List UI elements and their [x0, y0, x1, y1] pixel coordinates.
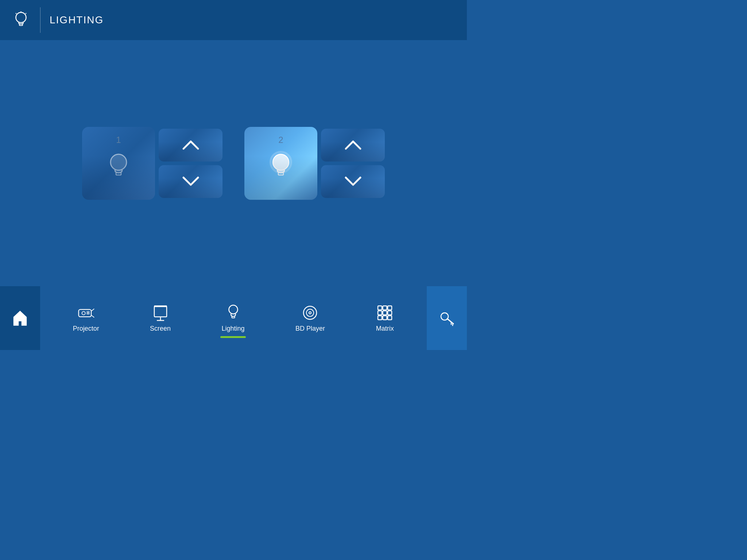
nav-item-bdplayer-label: BD Player	[295, 325, 325, 332]
nav-items: Projector Screen	[40, 300, 427, 336]
light-group-1: 1	[82, 127, 222, 200]
svg-rect-37	[388, 306, 392, 310]
svg-point-11	[273, 154, 289, 170]
light-2-controls	[321, 129, 385, 198]
main-content: 1 2	[0, 40, 467, 286]
light-1-number: 1	[116, 135, 121, 145]
screen-icon	[151, 304, 170, 322]
light-1-controls	[159, 129, 222, 198]
svg-rect-21	[87, 313, 89, 314]
matrix-icon	[376, 304, 394, 322]
svg-rect-22	[154, 307, 167, 317]
svg-rect-20	[87, 311, 89, 312]
svg-rect-39	[383, 311, 387, 315]
svg-point-7	[111, 154, 127, 170]
key-button[interactable]	[427, 286, 467, 350]
nav-item-projector[interactable]: Projector	[66, 300, 107, 336]
light-2-number: 2	[278, 135, 283, 145]
svg-rect-35	[378, 306, 382, 310]
svg-line-18	[91, 309, 94, 311]
nav-item-matrix-label: Matrix	[376, 325, 394, 332]
svg-line-19	[91, 315, 94, 317]
svg-rect-40	[388, 311, 392, 315]
svg-point-17	[82, 311, 85, 315]
active-indicator	[220, 336, 246, 338]
light-2-up-button[interactable]	[321, 129, 385, 162]
svg-point-34	[309, 312, 311, 314]
nav-item-bdplayer[interactable]: BD Player	[288, 300, 332, 336]
light-1-down-button[interactable]	[159, 165, 222, 198]
svg-rect-36	[383, 306, 387, 310]
svg-rect-42	[383, 316, 387, 320]
light-group-2: 2	[244, 127, 385, 200]
nav-item-lighting[interactable]: Lighting	[214, 300, 252, 336]
svg-point-0	[16, 12, 26, 23]
home-button[interactable]	[0, 286, 40, 350]
nav-item-matrix[interactable]: Matrix	[368, 300, 401, 336]
svg-line-5	[26, 13, 26, 14]
bdplayer-icon	[301, 304, 319, 322]
light-1-button[interactable]: 1	[82, 127, 155, 200]
nav-item-screen-label: Screen	[150, 325, 171, 332]
nav-item-projector-label: Projector	[73, 325, 99, 332]
header-bulb-icon	[11, 9, 31, 31]
page-title: LIGHTING	[50, 14, 104, 26]
svg-line-6	[16, 13, 16, 14]
svg-rect-43	[388, 316, 392, 320]
nav-item-screen[interactable]: Screen	[143, 300, 178, 336]
projector-icon	[77, 304, 95, 322]
header-divider	[40, 7, 40, 33]
svg-rect-41	[378, 316, 382, 320]
nav-item-lighting-label: Lighting	[221, 325, 244, 332]
light-2-down-button[interactable]	[321, 165, 385, 198]
header: LIGHTING	[0, 0, 467, 40]
light-1-up-button[interactable]	[159, 129, 222, 162]
svg-point-33	[306, 309, 314, 316]
lighting-nav-icon	[224, 304, 242, 322]
svg-point-28	[229, 305, 237, 314]
bottom-nav: Projector Screen	[0, 286, 467, 350]
svg-rect-38	[378, 311, 382, 315]
svg-point-32	[303, 306, 317, 319]
light-2-button[interactable]: 2	[244, 127, 317, 200]
